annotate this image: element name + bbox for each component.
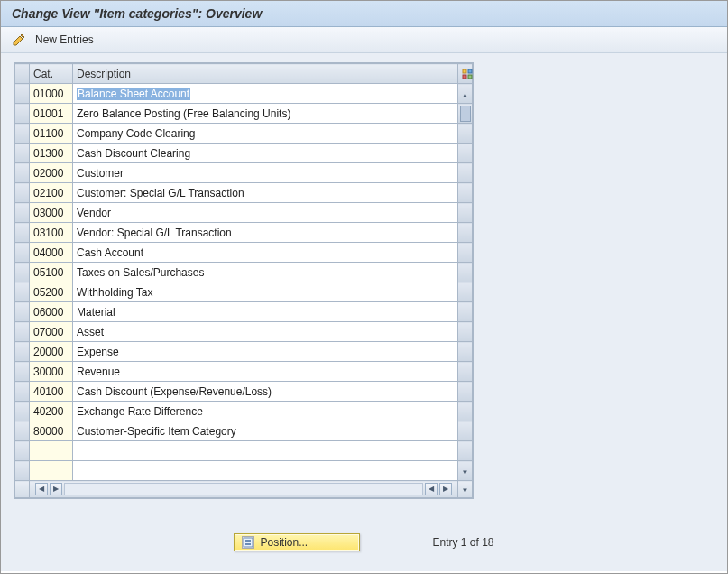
cell-category[interactable]: 03000 (30, 203, 73, 223)
hscroll-left2-icon[interactable]: ▶ (50, 483, 62, 495)
cell-category[interactable]: 01300 (30, 144, 73, 163)
table-row[interactable]: ▼ (15, 461, 473, 481)
row-selector[interactable] (15, 124, 30, 144)
table-settings-icon[interactable] (458, 64, 473, 84)
vscroll-track[interactable] (458, 163, 473, 183)
vscroll-down-icon[interactable]: ▼ (458, 481, 473, 498)
row-selector[interactable] (15, 342, 30, 362)
cell-description[interactable]: Expense (73, 342, 458, 362)
cell-category[interactable]: 05100 (30, 263, 73, 282)
cell-description[interactable] (73, 441, 458, 461)
cell-description[interactable]: Customer-Specific Item Category (73, 421, 458, 441)
vscroll-thumb[interactable] (458, 104, 473, 124)
cell-description[interactable]: Vendor (73, 203, 458, 223)
cell-category[interactable] (30, 461, 73, 481)
row-selector[interactable] (15, 144, 30, 163)
cell-category[interactable]: 02000 (30, 163, 73, 183)
table-row[interactable]: 03100Vendor: Special G/L Transaction (15, 223, 473, 243)
cell-category[interactable]: 03100 (30, 223, 73, 243)
table-row[interactable]: 01100Company Code Clearing (15, 124, 473, 144)
vscroll-track[interactable] (458, 302, 473, 322)
cell-description[interactable]: Asset (73, 322, 458, 342)
row-selector[interactable] (15, 163, 30, 183)
cell-description[interactable]: Cash Discount (Expense/Revenue/Loss) (73, 382, 458, 402)
cell-description[interactable]: Withholding Tax (73, 282, 458, 302)
cell-description[interactable]: Cash Discount Clearing (73, 144, 458, 163)
row-selector[interactable] (15, 263, 30, 282)
table-row[interactable]: 05100Taxes on Sales/Purchases (15, 263, 473, 282)
vscroll-track[interactable] (458, 183, 473, 203)
vscroll-track[interactable] (458, 223, 473, 243)
cell-category[interactable]: 40100 (30, 382, 73, 402)
vscroll-track[interactable] (458, 342, 473, 362)
table-row[interactable]: 20000Expense (15, 342, 473, 362)
cell-description[interactable]: Company Code Clearing (73, 124, 458, 144)
vscroll-track[interactable] (458, 243, 473, 263)
table-row[interactable]: 07000Asset (15, 322, 473, 342)
row-selector[interactable] (15, 282, 30, 302)
cell-description[interactable]: Cash Account (73, 243, 458, 263)
row-selector[interactable] (15, 84, 30, 104)
table-row[interactable]: 04000Cash Account (15, 243, 473, 263)
table-row[interactable]: 03000Vendor (15, 203, 473, 223)
vscroll-track[interactable] (458, 203, 473, 223)
vscroll-track[interactable] (458, 322, 473, 342)
vscroll-track[interactable] (458, 421, 473, 441)
vscroll-track[interactable] (458, 144, 473, 163)
vscroll-track[interactable] (458, 263, 473, 282)
cell-category[interactable]: 01001 (30, 104, 73, 124)
cell-description[interactable]: Zero Balance Posting (Free Balancing Uni… (73, 104, 458, 124)
row-selector[interactable] (15, 421, 30, 441)
cell-category[interactable]: 05200 (30, 282, 73, 302)
vscroll-down-spacer[interactable]: ▼ (458, 461, 473, 481)
cell-category[interactable]: 02100 (30, 183, 73, 203)
cell-description[interactable]: Balance Sheet Account (73, 84, 458, 104)
position-button[interactable]: Position... (234, 533, 360, 551)
edit-icon[interactable] (12, 32, 26, 47)
select-all-header[interactable] (15, 64, 30, 84)
cell-category[interactable] (30, 441, 73, 461)
cell-category[interactable]: 04000 (30, 243, 73, 263)
cell-category[interactable]: 01000 (30, 84, 73, 104)
hscroll-right2-icon[interactable]: ◀ (425, 483, 438, 495)
row-selector[interactable] (15, 104, 30, 124)
cell-category[interactable]: 40200 (30, 402, 73, 421)
hscroll-left-icon[interactable]: ◀ (35, 483, 48, 495)
row-selector[interactable] (15, 402, 30, 421)
new-entries-button[interactable]: New Entries (35, 33, 94, 46)
cell-category[interactable]: 80000 (30, 421, 73, 441)
cell-description[interactable]: Customer (73, 163, 458, 183)
cell-description[interactable]: Taxes on Sales/Purchases (73, 263, 458, 282)
hscroll-track[interactable] (64, 483, 423, 495)
cell-category[interactable]: 20000 (30, 342, 73, 362)
vscroll-up-icon[interactable]: ▲ (458, 84, 473, 104)
table-row[interactable]: 01000Balance Sheet Account▲ (15, 84, 473, 104)
cell-description[interactable] (73, 461, 458, 481)
vscroll-track[interactable] (458, 382, 473, 402)
row-selector[interactable] (15, 322, 30, 342)
cell-category[interactable]: 06000 (30, 302, 73, 322)
vscroll-track[interactable] (458, 362, 473, 382)
cell-description[interactable]: Material (73, 302, 458, 322)
table-row[interactable]: 02000Customer (15, 163, 473, 183)
cell-description[interactable]: Vendor: Special G/L Transaction (73, 223, 458, 243)
vscroll-track[interactable] (458, 124, 473, 144)
row-selector[interactable] (15, 223, 30, 243)
hscroll-right-icon[interactable]: ▶ (439, 483, 452, 495)
vscroll-track[interactable] (458, 402, 473, 421)
cell-category[interactable]: 01100 (30, 124, 73, 144)
vscroll-track[interactable] (458, 282, 473, 302)
table-row[interactable]: 40100Cash Discount (Expense/Revenue/Loss… (15, 382, 473, 402)
cell-category[interactable]: 07000 (30, 322, 73, 342)
column-header-cat[interactable]: Cat. (30, 64, 73, 84)
cell-description[interactable]: Exchange Rate Difference (73, 402, 458, 421)
table-row[interactable]: 02100Customer: Special G/L Transaction (15, 183, 473, 203)
horizontal-scrollbar[interactable]: ◀ ▶ ◀ ▶ (30, 481, 458, 498)
row-selector[interactable] (15, 203, 30, 223)
table-row[interactable]: 05200Withholding Tax (15, 282, 473, 302)
row-selector[interactable] (15, 461, 30, 481)
row-selector[interactable] (15, 243, 30, 263)
row-selector[interactable] (15, 362, 30, 382)
table-row[interactable]: 30000Revenue (15, 362, 473, 382)
cell-description[interactable]: Revenue (73, 362, 458, 382)
